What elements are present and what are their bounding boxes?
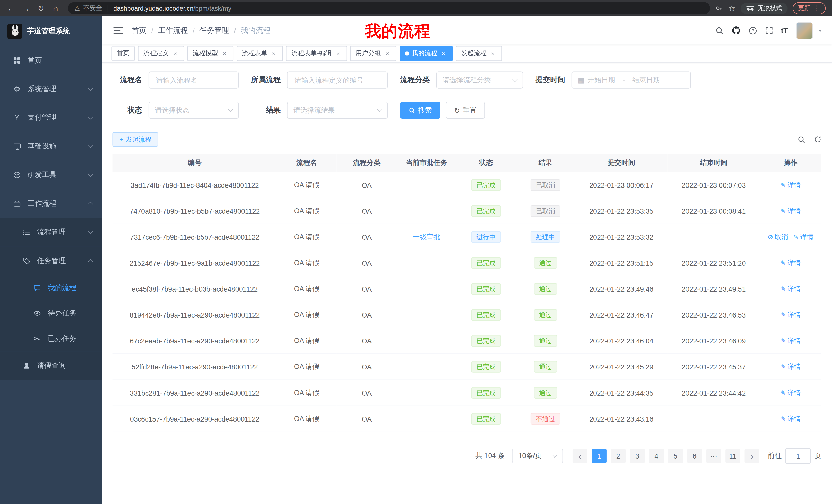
list-icon [22, 228, 31, 236]
github-icon[interactable] [731, 26, 740, 35]
detail-link[interactable]: ✎详情 [781, 206, 801, 216]
close-icon[interactable]: × [384, 50, 391, 57]
browser-menu-icon[interactable]: ⋮ [813, 4, 821, 12]
eye-icon [33, 310, 42, 317]
status-select[interactable]: 请选择状态 [149, 102, 239, 119]
cell-end-time: 2022-01-22 23:51:20 [668, 250, 760, 276]
sidebar-item-home[interactable]: 首页 [0, 46, 102, 75]
avatar[interactable] [796, 22, 813, 39]
tab-start-process[interactable]: 发起流程× [456, 46, 502, 61]
current-task-link[interactable]: 一级审批 [413, 233, 440, 241]
next-page-button[interactable]: › [745, 449, 759, 464]
page-button-4[interactable]: 4 [649, 449, 664, 464]
breadcrumb-item[interactable]: 工作流程 [158, 26, 188, 35]
search-button[interactable]: 搜索 [400, 102, 440, 119]
cell-category: OA [336, 172, 397, 198]
hamburger-menu-icon[interactable] [114, 27, 123, 34]
close-icon[interactable]: × [221, 50, 228, 57]
page-button-6[interactable]: 6 [687, 449, 702, 464]
toggle-search-icon[interactable] [798, 135, 806, 143]
sidebar-item-infrastructure[interactable]: 基础设施 [0, 132, 102, 161]
close-icon[interactable]: × [334, 50, 342, 57]
category-select[interactable]: 请选择流程分类 [436, 72, 523, 89]
table-toolbar: + 发起流程 [102, 132, 832, 147]
sidebar-item-done-tasks[interactable]: ✂ 已办任务 [0, 326, 102, 352]
app-logo-block[interactable]: 芋道管理系统 [0, 17, 102, 46]
close-icon[interactable]: × [489, 50, 497, 57]
page-button-5[interactable]: 5 [668, 449, 683, 464]
edit-icon: ✎ [781, 181, 786, 189]
sidebar-item-label: 待办任务 [48, 309, 76, 318]
sidebar-item-payment[interactable]: ¥ 支付管理 [0, 103, 102, 132]
page-size-select[interactable]: 10条/页 [512, 449, 563, 464]
prev-page-button[interactable]: ‹ [573, 449, 588, 464]
close-icon[interactable]: × [270, 50, 278, 57]
date-range-picker[interactable]: ▦ 开始日期 - 结束日期 [572, 72, 691, 89]
tab-process-form-edit[interactable]: 流程表单-编辑× [286, 46, 347, 61]
sidebar-item-todo-tasks[interactable]: 待办任务 [0, 301, 102, 326]
sidebar-item-task-management[interactable]: 任务管理 [0, 247, 102, 275]
key-icon[interactable] [715, 4, 723, 12]
more-pages-button[interactable]: ⋯ [706, 449, 721, 464]
status-badge: 已完成 [471, 283, 501, 295]
detail-link[interactable]: ✎详情 [781, 284, 801, 293]
sidebar-item-workflow[interactable]: 工作流程 [0, 189, 102, 218]
caret-down-icon[interactable]: ▾ [818, 27, 821, 33]
cancel-link[interactable]: ⊘取消 [768, 232, 788, 242]
forward-icon[interactable]: → [19, 1, 33, 15]
page-button-1[interactable]: 1 [592, 449, 606, 464]
bookmark-star-icon[interactable]: ☆ [728, 3, 735, 13]
cell-task [397, 328, 457, 354]
sidebar-item-label: 我的流程 [48, 283, 76, 292]
detail-link[interactable]: ✎详情 [781, 414, 801, 423]
detail-link[interactable]: ✎详情 [781, 388, 801, 397]
edit-icon: ✎ [781, 207, 786, 215]
detail-link[interactable]: ✎详情 [781, 336, 801, 345]
sidebar-item-leave-query[interactable]: 请假查询 [0, 352, 102, 380]
font-size-icon[interactable]: tT [781, 26, 788, 35]
tab-user-group[interactable]: 用户分组× [350, 46, 396, 61]
search-icon[interactable] [715, 26, 724, 35]
breadcrumb-item[interactable]: 首页 [132, 26, 147, 35]
back-icon[interactable]: ← [4, 1, 18, 15]
tab-home[interactable]: 首页 [111, 46, 135, 61]
fullscreen-icon[interactable] [765, 26, 773, 34]
refresh-icon[interactable] [814, 136, 822, 143]
page-button-3[interactable]: 3 [630, 449, 645, 464]
cell-name: OA 请假 [277, 224, 336, 250]
sidebar-item-my-process[interactable]: 我的流程 [0, 275, 102, 301]
tab-process-form[interactable]: 流程表单× [237, 46, 283, 61]
reset-button[interactable]: ↻ 重置 [446, 102, 485, 119]
update-button[interactable]: 更新 ⋮ [793, 2, 826, 14]
goto-page-input[interactable] [785, 448, 811, 464]
page-button-11[interactable]: 11 [725, 449, 740, 464]
process-name-input[interactable] [155, 76, 232, 85]
reload-icon[interactable]: ↻ [34, 1, 48, 15]
sidebar-item-devtools[interactable]: 研发工具 [0, 161, 102, 189]
parent-process-input[interactable] [293, 76, 382, 85]
result-select[interactable]: 请选择流结果 [287, 102, 388, 119]
detail-link[interactable]: ✎详情 [781, 310, 801, 319]
detail-label: 详情 [787, 258, 801, 268]
breadcrumb-item[interactable]: 任务管理 [200, 26, 229, 35]
edit-icon: ✎ [793, 233, 799, 241]
tab-process-definition[interactable]: 流程定义× [138, 46, 184, 61]
detail-link[interactable]: ✎详情 [781, 362, 801, 371]
detail-link[interactable]: ✎详情 [793, 232, 813, 242]
address-bar[interactable]: ⚠ 不安全 dashboard.yudao.iocoder.cn/bpm/tas… [68, 2, 710, 14]
detail-link[interactable]: ✎详情 [781, 258, 801, 268]
close-icon[interactable]: × [440, 50, 447, 57]
chevron-down-icon [513, 77, 518, 82]
start-process-button[interactable]: + 发起流程 [113, 132, 158, 147]
tab-process-model[interactable]: 流程模型× [187, 46, 234, 61]
detail-label: 详情 [787, 388, 801, 397]
home-icon[interactable]: ⌂ [49, 1, 63, 15]
detail-link[interactable]: ✎详情 [781, 180, 801, 190]
sidebar-item-process-management[interactable]: 流程管理 [0, 218, 102, 246]
question-icon[interactable]: ? [749, 26, 757, 35]
tab-my-process[interactable]: 我的流程× [399, 46, 452, 61]
table-row: 67c2eaab-7b9a-11ec-a290-acde48001122 OA … [113, 328, 822, 354]
page-button-2[interactable]: 2 [610, 449, 626, 464]
sidebar-item-system[interactable]: ⚙ 系统管理 [0, 75, 102, 103]
close-icon[interactable]: × [172, 50, 179, 57]
